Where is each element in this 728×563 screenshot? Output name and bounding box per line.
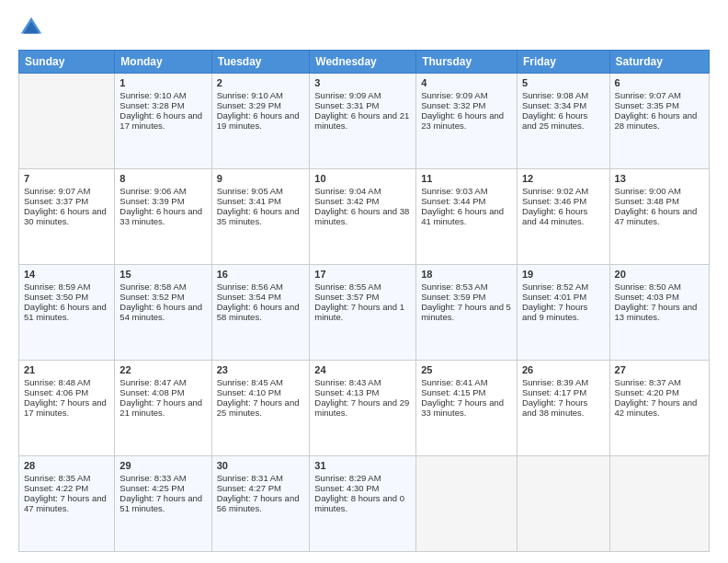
daylight: Daylight: 6 hours and 25 minutes. (522, 110, 587, 131)
sunrise: Sunrise: 9:05 AM (217, 186, 283, 196)
week-row-1: 1Sunrise: 9:10 AMSunset: 3:28 PMDaylight… (19, 74, 710, 169)
sunrise: Sunrise: 8:48 AM (24, 377, 90, 387)
daylight: Daylight: 6 hours and 41 minutes. (421, 206, 504, 226)
day-number: 27 (615, 364, 704, 375)
daylight: Daylight: 6 hours and 58 minutes. (217, 302, 300, 322)
calendar-cell (517, 456, 609, 552)
daylight: Daylight: 6 hours and 30 minutes. (24, 206, 107, 226)
page: SundayMondayTuesdayWednesdayThursdayFrid… (0, 0, 728, 563)
daylight: Daylight: 6 hours and 44 minutes. (522, 206, 587, 226)
calendar-cell: 27Sunrise: 8:37 AMSunset: 4:20 PMDayligh… (609, 361, 709, 456)
calendar-cell: 26Sunrise: 8:39 AMSunset: 4:17 PMDayligh… (517, 361, 609, 456)
sunset: Sunset: 3:50 PM (24, 292, 88, 302)
calendar-cell: 25Sunrise: 8:41 AMSunset: 4:15 PMDayligh… (416, 361, 518, 456)
sunset: Sunset: 4:03 PM (615, 292, 679, 302)
daylight: Daylight: 7 hours and 13 minutes. (615, 302, 698, 322)
calendar-cell: 17Sunrise: 8:55 AMSunset: 3:57 PMDayligh… (310, 265, 416, 361)
sunrise: Sunrise: 8:29 AM (314, 473, 381, 483)
daylight: Daylight: 7 hours and 38 minutes. (522, 397, 587, 418)
day-number: 2 (217, 77, 305, 88)
day-number: 9 (217, 173, 305, 184)
day-number: 12 (522, 173, 605, 184)
sunset: Sunset: 3:59 PM (421, 292, 485, 302)
sunrise: Sunrise: 9:07 AM (24, 186, 90, 196)
calendar-cell: 5Sunrise: 9:08 AMSunset: 3:34 PMDaylight… (517, 74, 609, 169)
calendar-cell: 23Sunrise: 8:45 AMSunset: 4:10 PMDayligh… (211, 361, 310, 456)
daylight: Daylight: 7 hours and 9 minutes. (522, 302, 587, 322)
sunrise: Sunrise: 8:45 AM (217, 377, 283, 387)
header (18, 15, 710, 40)
sunrise: Sunrise: 8:41 AM (421, 377, 487, 387)
sunset: Sunset: 3:52 PM (119, 292, 184, 302)
sunset: Sunset: 4:17 PM (522, 387, 586, 397)
calendar-cell: 12Sunrise: 9:02 AMSunset: 3:46 PMDayligh… (517, 169, 609, 265)
sunrise: Sunrise: 9:08 AM (522, 90, 588, 100)
daylight: Daylight: 6 hours and 21 minutes. (314, 110, 409, 131)
sunrise: Sunrise: 9:04 AM (314, 186, 381, 196)
daylight: Daylight: 7 hours and 56 minutes. (217, 493, 300, 513)
column-header-friday: Friday (517, 51, 609, 74)
daylight: Daylight: 7 hours and 47 minutes. (24, 493, 107, 513)
sunrise: Sunrise: 8:35 AM (24, 473, 90, 483)
sunrise: Sunrise: 8:56 AM (217, 282, 283, 292)
daylight: Daylight: 7 hours and 51 minutes. (119, 493, 202, 513)
sunset: Sunset: 4:06 PM (24, 387, 88, 397)
day-number: 4 (421, 77, 512, 88)
column-header-saturday: Saturday (609, 51, 709, 74)
sunrise: Sunrise: 8:52 AM (522, 282, 588, 292)
sunset: Sunset: 3:37 PM (24, 196, 88, 206)
day-number: 1 (119, 77, 206, 88)
calendar-cell: 6Sunrise: 9:07 AMSunset: 3:35 PMDaylight… (609, 74, 709, 169)
calendar-cell: 21Sunrise: 8:48 AMSunset: 4:06 PMDayligh… (19, 361, 115, 456)
day-number: 21 (24, 364, 109, 375)
calendar-cell: 9Sunrise: 9:05 AMSunset: 3:41 PMDaylight… (211, 169, 310, 265)
week-row-5: 28Sunrise: 8:35 AMSunset: 4:22 PMDayligh… (19, 456, 710, 552)
day-number: 7 (24, 173, 109, 184)
day-number: 24 (314, 364, 411, 375)
calendar-table: SundayMondayTuesdayWednesdayThursdayFrid… (18, 50, 710, 552)
column-header-wednesday: Wednesday (310, 51, 416, 74)
day-number: 18 (421, 269, 512, 280)
daylight: Daylight: 6 hours and 38 minutes. (314, 206, 409, 226)
column-header-tuesday: Tuesday (211, 51, 310, 74)
calendar-cell: 16Sunrise: 8:56 AMSunset: 3:54 PMDayligh… (211, 265, 310, 361)
daylight: Daylight: 6 hours and 23 minutes. (421, 110, 504, 131)
calendar-cell (416, 456, 518, 552)
daylight: Daylight: 6 hours and 47 minutes. (615, 206, 698, 226)
sunrise: Sunrise: 8:33 AM (119, 473, 186, 483)
daylight: Daylight: 6 hours and 35 minutes. (217, 206, 300, 226)
week-row-2: 7Sunrise: 9:07 AMSunset: 3:37 PMDaylight… (19, 169, 710, 265)
sunrise: Sunrise: 8:55 AM (314, 282, 381, 292)
logo (18, 15, 48, 40)
day-number: 26 (522, 364, 605, 375)
sunrise: Sunrise: 9:10 AM (217, 90, 283, 100)
day-number: 3 (314, 77, 411, 88)
daylight: Daylight: 7 hours and 17 minutes. (24, 397, 107, 418)
daylight: Daylight: 6 hours and 54 minutes. (119, 302, 202, 322)
day-number: 22 (119, 364, 206, 375)
sunrise: Sunrise: 9:02 AM (522, 186, 588, 196)
sunset: Sunset: 4:25 PM (119, 483, 184, 493)
calendar-cell: 30Sunrise: 8:31 AMSunset: 4:27 PMDayligh… (211, 456, 310, 552)
day-number: 11 (421, 173, 512, 184)
calendar-cell: 8Sunrise: 9:06 AMSunset: 3:39 PMDaylight… (115, 169, 211, 265)
sunrise: Sunrise: 8:53 AM (421, 282, 487, 292)
sunset: Sunset: 3:46 PM (522, 196, 586, 206)
calendar-cell: 15Sunrise: 8:58 AMSunset: 3:52 PMDayligh… (115, 265, 211, 361)
day-number: 23 (217, 364, 305, 375)
sunrise: Sunrise: 8:58 AM (119, 282, 186, 292)
calendar-cell: 13Sunrise: 9:00 AMSunset: 3:48 PMDayligh… (609, 169, 709, 265)
daylight: Daylight: 7 hours and 21 minutes. (119, 397, 202, 418)
day-number: 19 (522, 269, 605, 280)
calendar-cell: 14Sunrise: 8:59 AMSunset: 3:50 PMDayligh… (19, 265, 115, 361)
sunset: Sunset: 3:28 PM (119, 100, 184, 110)
sunset: Sunset: 3:42 PM (314, 196, 379, 206)
day-number: 25 (421, 364, 512, 375)
column-header-thursday: Thursday (416, 51, 518, 74)
daylight: Daylight: 7 hours and 29 minutes. (314, 397, 409, 418)
sunrise: Sunrise: 8:47 AM (119, 377, 186, 387)
daylight: Daylight: 6 hours and 33 minutes. (119, 206, 202, 226)
daylight: Daylight: 7 hours and 42 minutes. (615, 397, 698, 418)
calendar-cell: 4Sunrise: 9:09 AMSunset: 3:32 PMDaylight… (416, 74, 518, 169)
logo-icon (18, 15, 44, 40)
